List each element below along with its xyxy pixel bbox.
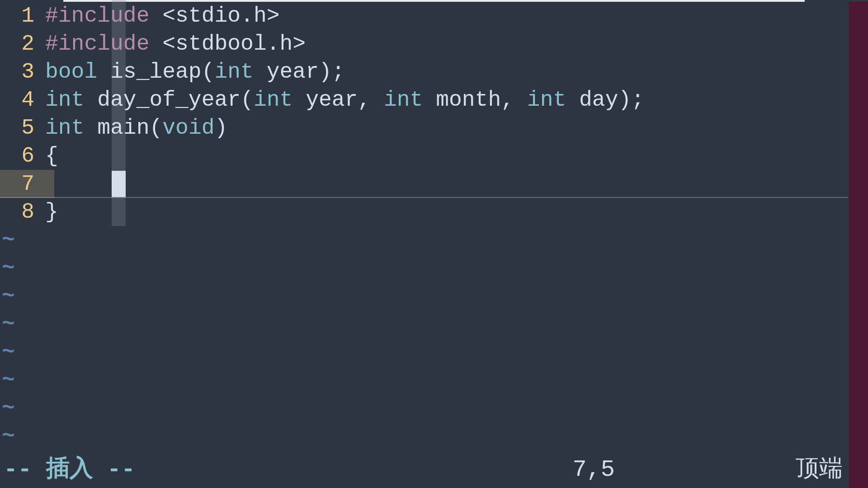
empty-line-tilde: ~ — [0, 310, 868, 338]
empty-line-tilde: ~ — [0, 394, 868, 422]
code-line[interactable]: 8} — [0, 198, 868, 226]
empty-line-tilde: ~ — [0, 366, 868, 394]
line-content[interactable]: int day_of_year(int year, int month, int… — [45, 87, 868, 113]
empty-line-tilde: ~ — [0, 254, 868, 282]
line-number: 3 — [0, 59, 45, 85]
line-number: 1 — [0, 3, 45, 29]
line-content[interactable] — [45, 171, 868, 197]
line-number: 5 — [0, 115, 45, 141]
line-content[interactable]: { — [45, 143, 868, 169]
line-number: 4 — [0, 87, 45, 113]
line-content[interactable]: #include <stdbool.h> — [45, 31, 868, 57]
line-content[interactable]: #include <stdio.h> — [45, 3, 868, 29]
line-number: 7 — [0, 171, 45, 197]
mode-indicator: -- 插入 -- — [4, 455, 135, 484]
status-bar: -- 插入 -- 7,5 顶端 — [0, 455, 868, 484]
code-line[interactable]: 7 — [0, 170, 868, 198]
code-line[interactable]: 1#include <stdio.h> — [0, 2, 868, 30]
code-line[interactable]: 6{ — [0, 142, 868, 170]
code-line[interactable]: 5int main(void) — [0, 114, 868, 142]
scroll-position: 顶端 — [796, 455, 843, 484]
code-line[interactable]: 3bool is_leap(int year); — [0, 58, 868, 86]
empty-line-tilde: ~ — [0, 226, 868, 254]
empty-line-tilde: ~ — [0, 338, 868, 366]
empty-line-tilde: ~ — [0, 282, 868, 310]
line-content[interactable]: bool is_leap(int year); — [45, 59, 868, 85]
vim-editor[interactable]: 1#include <stdio.h>2#include <stdbool.h>… — [0, 0, 868, 488]
line-number: 6 — [0, 143, 45, 169]
line-number: 8 — [0, 199, 45, 225]
code-area[interactable]: 1#include <stdio.h>2#include <stdbool.h>… — [0, 0, 868, 450]
line-content[interactable]: } — [45, 199, 868, 225]
code-line[interactable]: 4int day_of_year(int year, int month, in… — [0, 86, 868, 114]
line-number: 2 — [0, 31, 45, 57]
cursor-position: 7,5 — [572, 455, 615, 484]
empty-line-tilde: ~ — [0, 422, 868, 450]
code-line[interactable]: 2#include <stdbool.h> — [0, 30, 868, 58]
line-content[interactable]: int main(void) — [45, 115, 868, 141]
text-cursor — [112, 171, 126, 197]
